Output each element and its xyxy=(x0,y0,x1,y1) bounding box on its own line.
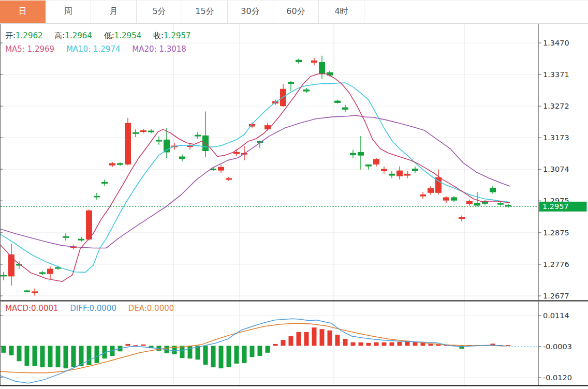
macd-bar xyxy=(87,346,92,365)
candle-body xyxy=(148,131,154,132)
candle-body xyxy=(47,269,53,274)
ma20-line xyxy=(0,115,510,248)
candle-body xyxy=(365,164,372,167)
macd-bar xyxy=(374,342,379,346)
price-axis-label: 1.2677 xyxy=(543,292,569,300)
macd-bar xyxy=(366,343,371,346)
ma5-label: MA5: xyxy=(5,44,25,54)
timeframe-tabbar: 日 周 月 5分 15分 30分 60分 4时 xyxy=(0,0,588,23)
macd-bar xyxy=(359,342,363,346)
candle-body xyxy=(396,171,403,176)
candle-body xyxy=(373,159,379,164)
candle-body xyxy=(1,275,7,276)
candle-body xyxy=(140,130,146,132)
price-axis-label: 1.3371 xyxy=(543,70,569,79)
candle-body xyxy=(101,182,108,184)
price-axis-label: 1.3470 xyxy=(543,39,569,47)
ma10-value: 1.2974 xyxy=(93,44,121,54)
candle-body xyxy=(311,61,317,63)
macd-bar xyxy=(9,346,14,355)
macd-bar xyxy=(196,346,200,360)
macd-bar xyxy=(126,344,130,346)
macd-bar xyxy=(297,332,301,346)
macd-axis-label: -0.0120 xyxy=(543,373,572,382)
price-axis-label: 1.3074 xyxy=(543,165,569,173)
panel-separator xyxy=(0,301,588,302)
candle-body xyxy=(24,291,30,292)
candle-body xyxy=(358,152,364,156)
macd-value: 0.0001 xyxy=(31,304,58,313)
ma20-label: MA20: xyxy=(132,44,156,54)
candle-body xyxy=(195,135,201,137)
trading-chart-app: 日 周 月 5分 15分 30分 60分 4时 1.34701.33711.32… xyxy=(0,0,588,389)
macd-legend: MACD:0.0001 DIFF:0.0000 DEA:0.0000 xyxy=(5,304,183,313)
macd-bar xyxy=(95,346,99,363)
macd-bar xyxy=(242,346,247,363)
candle-body xyxy=(319,62,325,74)
macd-bar xyxy=(211,346,216,368)
candle-body xyxy=(226,178,232,179)
tab-5min[interactable]: 5分 xyxy=(137,1,182,23)
macd-bar xyxy=(40,346,45,368)
macd-bar xyxy=(258,346,262,356)
tab-30min[interactable]: 30分 xyxy=(228,1,273,23)
candle-body xyxy=(420,194,426,197)
macd-bar xyxy=(335,335,340,346)
candle-body xyxy=(63,236,69,238)
macd-bar xyxy=(64,346,68,369)
macd-bar xyxy=(328,331,332,346)
macd-bar xyxy=(234,346,239,364)
tab-4hour[interactable]: 4时 xyxy=(319,1,364,23)
tab-weekly[interactable]: 周 xyxy=(46,1,91,23)
macd-bar xyxy=(71,346,76,368)
macd-bar xyxy=(266,346,270,353)
candle-body xyxy=(179,157,185,159)
candle-body xyxy=(78,239,84,241)
macd-bar xyxy=(320,329,325,346)
tab-15min[interactable]: 15分 xyxy=(182,1,228,23)
candle-body xyxy=(412,169,418,171)
macd-bar xyxy=(351,342,356,346)
macd-bar xyxy=(17,346,22,362)
macd-bar xyxy=(250,346,255,357)
candle-body xyxy=(233,152,240,154)
ma10-label: MA10: xyxy=(66,44,91,54)
candle-body xyxy=(117,163,123,164)
tab-monthly[interactable]: 月 xyxy=(91,1,137,23)
price-axis-label: 1.2875 xyxy=(543,229,569,237)
macd-bar xyxy=(188,346,193,359)
macd-bar xyxy=(398,342,402,346)
macd-bar xyxy=(33,346,37,366)
high-value: 1.2964 xyxy=(65,31,92,40)
candle-body xyxy=(389,174,395,176)
candle-body xyxy=(156,140,162,141)
candle-body xyxy=(303,89,310,92)
candle-body xyxy=(474,203,480,206)
tab-60min[interactable]: 60分 xyxy=(273,1,319,23)
chart-canvas[interactable]: 1.34701.33711.32721.31731.30741.29751.28… xyxy=(0,0,588,389)
dea-value: 0.0000 xyxy=(147,304,174,313)
macd-bar xyxy=(429,344,433,346)
macd-bar xyxy=(48,346,53,368)
price-axis-label: 1.3173 xyxy=(543,133,569,142)
diff-label: DIFF: xyxy=(70,304,89,313)
candle-body xyxy=(428,188,434,193)
macd-bar xyxy=(219,346,224,369)
ma5-value: 1.2969 xyxy=(27,44,55,54)
macd-bar xyxy=(56,346,61,368)
candle-body xyxy=(125,123,131,164)
candle-body xyxy=(8,255,14,277)
candle-body xyxy=(296,60,302,62)
ma10-line xyxy=(0,83,510,272)
macd-axis-label: -0.0003 xyxy=(543,342,572,351)
candle-body xyxy=(288,82,294,84)
macd-bar xyxy=(273,344,278,346)
candle-body xyxy=(133,132,139,134)
close-label: 收: xyxy=(153,31,164,40)
tab-daily[interactable]: 日 xyxy=(0,1,46,23)
candle-body xyxy=(490,188,496,192)
ma-legend: MA5: 1.2969 MA10: 1.2974 MA20: 1.3018 xyxy=(5,44,196,54)
candle-body xyxy=(218,167,224,171)
open-value: 1.2962 xyxy=(16,31,43,40)
candle-body xyxy=(350,153,356,155)
